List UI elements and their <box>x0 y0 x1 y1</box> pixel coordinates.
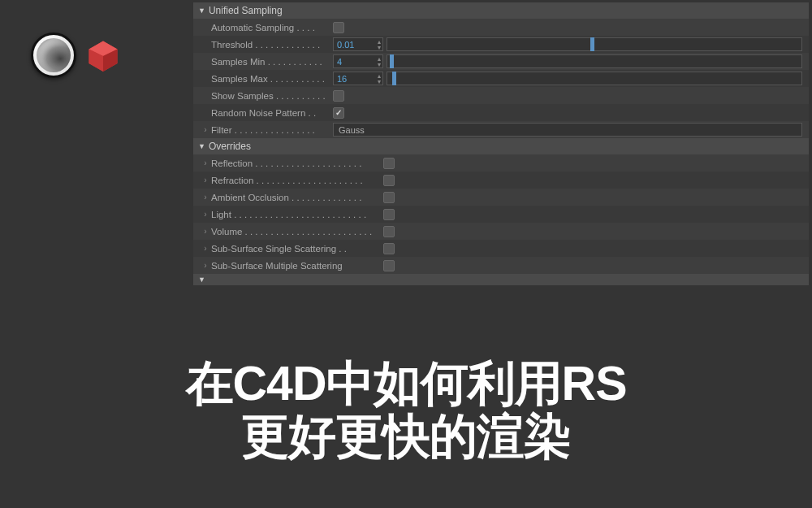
slider-handle[interactable] <box>390 54 394 68</box>
threshold-slider[interactable] <box>387 37 802 51</box>
samples-min-row: Samples Min . . . . . . . . . . . 4 ▴▾ <box>193 53 809 70</box>
automatic-sampling-label: Automatic Sampling . . . . <box>211 23 333 33</box>
override-checkbox[interactable] <box>383 243 395 254</box>
override-row: ›Reflection . . . . . . . . . . . . . . … <box>193 154 809 172</box>
automatic-sampling-row: Automatic Sampling . . . . <box>193 19 809 36</box>
expand-icon[interactable]: › <box>200 125 211 134</box>
override-row: ›Sub-Surface Multiple Scattering <box>193 257 809 274</box>
random-noise-checkbox[interactable] <box>333 107 344 119</box>
spinner-icon[interactable]: ▴▾ <box>378 73 381 85</box>
samples-max-row: Samples Max . . . . . . . . . . . 16 ▴▾ <box>193 70 809 87</box>
show-samples-checkbox[interactable] <box>333 90 344 102</box>
random-noise-label: Random Noise Pattern . . <box>211 108 333 118</box>
automatic-sampling-checkbox[interactable] <box>333 22 344 33</box>
collapse-tri-icon: ▼ <box>198 276 205 284</box>
title-line-1: 在C4D中如何利用RS <box>0 358 812 410</box>
filter-row: › Filter . . . . . . . . . . . . . . . .… <box>193 121 809 138</box>
cinema4d-logo-icon <box>31 33 76 78</box>
spinner-icon[interactable]: ▴▾ <box>378 56 381 67</box>
samples-min-slider[interactable] <box>387 54 802 68</box>
expand-icon[interactable]: › <box>200 176 211 185</box>
override-checkbox[interactable] <box>383 260 395 271</box>
override-label: Light . . . . . . . . . . . . . . . . . … <box>211 210 383 219</box>
expand-icon[interactable]: › <box>200 261 211 270</box>
show-samples-row: Show Samples . . . . . . . . . . <box>193 87 809 104</box>
override-label: Reflection . . . . . . . . . . . . . . .… <box>211 158 383 168</box>
title-overlay: 在C4D中如何利用RS 更好更快的渲染 <box>0 358 812 463</box>
override-label: Sub-Surface Multiple Scattering <box>211 261 383 271</box>
threshold-row: Threshold . . . . . . . . . . . . . 0.01… <box>193 36 809 53</box>
expand-icon[interactable]: › <box>200 193 211 202</box>
collapse-tri-icon: ▼ <box>198 7 205 15</box>
override-checkbox[interactable] <box>383 175 395 186</box>
override-row: ›Sub-Surface Single Scattering . . <box>193 240 809 257</box>
override-label: Ambient Occlusion . . . . . . . . . . . … <box>211 193 383 202</box>
random-noise-row: Random Noise Pattern . . <box>193 104 809 121</box>
logos-container <box>31 33 123 78</box>
override-label: Refraction . . . . . . . . . . . . . . .… <box>211 176 383 185</box>
expand-icon[interactable]: › <box>200 244 211 253</box>
override-row: ›Volume . . . . . . . . . . . . . . . . … <box>193 223 809 240</box>
override-checkbox[interactable] <box>383 158 395 169</box>
next-section-header[interactable]: ▼ <box>193 274 809 285</box>
samples-min-label: Samples Min . . . . . . . . . . . <box>211 57 333 67</box>
override-label: Sub-Surface Single Scattering . . <box>211 244 383 254</box>
filter-label: Filter . . . . . . . . . . . . . . . . <box>211 125 333 135</box>
override-row: ›Light . . . . . . . . . . . . . . . . .… <box>193 206 809 223</box>
override-label: Volume . . . . . . . . . . . . . . . . .… <box>211 227 383 237</box>
expand-icon[interactable]: › <box>200 227 211 236</box>
filter-input[interactable]: Gauss <box>333 123 802 137</box>
settings-panel: ▼ Unified Sampling Automatic Sampling . … <box>193 2 809 285</box>
overrides-header[interactable]: ▼ Overrides <box>193 138 809 154</box>
header-label: Overrides <box>209 141 251 152</box>
threshold-label: Threshold . . . . . . . . . . . . . <box>211 40 333 50</box>
spinner-icon[interactable]: ▴▾ <box>378 39 381 50</box>
samples-max-slider[interactable] <box>387 72 802 85</box>
title-line-2: 更好更快的渲染 <box>0 410 812 463</box>
header-label: Unified Sampling <box>209 5 283 16</box>
override-row: ›Refraction . . . . . . . . . . . . . . … <box>193 172 809 189</box>
samples-max-label: Samples Max . . . . . . . . . . . <box>211 74 333 84</box>
unified-sampling-header[interactable]: ▼ Unified Sampling <box>193 2 809 19</box>
samples-max-input[interactable]: 16 ▴▾ <box>333 72 383 85</box>
slider-handle[interactable] <box>590 37 594 51</box>
override-row: ›Ambient Occlusion . . . . . . . . . . .… <box>193 189 809 206</box>
override-checkbox[interactable] <box>383 209 395 220</box>
collapse-tri-icon: ▼ <box>198 142 205 150</box>
slider-handle[interactable] <box>392 72 396 85</box>
override-checkbox[interactable] <box>383 226 395 237</box>
expand-icon[interactable]: › <box>200 158 211 167</box>
override-checkbox[interactable] <box>383 192 395 203</box>
threshold-input[interactable]: 0.01 ▴▾ <box>333 37 383 51</box>
show-samples-label: Show Samples . . . . . . . . . . <box>211 91 333 101</box>
samples-min-input[interactable]: 4 ▴▾ <box>333 54 383 68</box>
expand-icon[interactable]: › <box>200 210 211 219</box>
redshift-logo-icon <box>83 35 123 76</box>
